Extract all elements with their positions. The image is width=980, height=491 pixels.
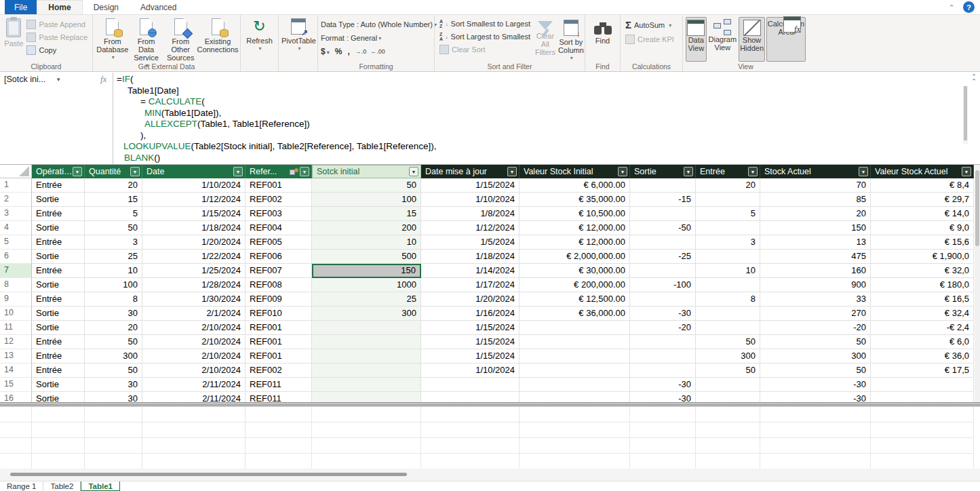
table-cell[interactable]: 10: [312, 235, 421, 250]
table-cell[interactable]: 500: [312, 250, 421, 264]
table-cell[interactable]: [312, 349, 421, 364]
table-cell[interactable]: -30: [630, 378, 696, 392]
table-cell[interactable]: Sortie: [32, 250, 85, 264]
calculation-cell[interactable]: [32, 438, 85, 454]
table-cell[interactable]: € 9,0: [871, 221, 974, 235]
existing-connections-button[interactable]: Existing Connections: [198, 17, 237, 54]
format-dropdown[interactable]: Format : General▾: [321, 32, 431, 44]
calculation-cell[interactable]: [760, 454, 871, 469]
calculation-cell[interactable]: [696, 438, 760, 454]
table-cell[interactable]: -100: [630, 278, 696, 292]
column-header-11[interactable]: Valeur Stock Actuel▼: [871, 165, 974, 178]
calculation-cell[interactable]: [696, 423, 760, 438]
table-cell[interactable]: 1/12/2024: [421, 221, 520, 235]
filter-dropdown-icon[interactable]: ▼: [233, 167, 243, 176]
row-number[interactable]: 10: [0, 307, 32, 321]
filter-dropdown-icon[interactable]: ▼: [962, 167, 971, 176]
table-cell[interactable]: 1/15/2024: [142, 207, 246, 221]
table-cell[interactable]: [871, 378, 974, 392]
table-cell[interactable]: REF005: [246, 235, 312, 250]
table-cell[interactable]: 1/15/2024: [421, 335, 520, 349]
row-number[interactable]: 3: [0, 207, 32, 221]
paste-button[interactable]: Paste: [3, 17, 24, 47]
table-cell[interactable]: 5: [85, 207, 142, 221]
table-cell[interactable]: [312, 364, 421, 378]
filter-dropdown-icon[interactable]: ▼: [73, 167, 82, 176]
table-cell[interactable]: 1/12/2024: [142, 193, 246, 207]
table-cell[interactable]: € 15,6: [871, 235, 974, 250]
table-cell[interactable]: [520, 364, 630, 378]
table-cell[interactable]: 8: [696, 292, 760, 307]
table-cell[interactable]: 50: [85, 221, 142, 235]
thousands-button[interactable]: ,: [347, 47, 349, 56]
table-cell[interactable]: Sortie: [32, 278, 85, 292]
table-cell[interactable]: 1/20/2024: [142, 235, 246, 250]
table-cell[interactable]: 150: [312, 264, 421, 278]
table-cell[interactable]: 2/11/2024: [142, 378, 246, 392]
table-cell[interactable]: Entrée: [32, 207, 85, 221]
row-number[interactable]: 11: [0, 321, 32, 335]
collapse-formula-bar-icon[interactable]: ⌃⌃: [969, 75, 979, 84]
from-other-sources-button[interactable]: From Other Sources: [163, 17, 198, 62]
table-cell[interactable]: [696, 250, 760, 264]
table-cell[interactable]: -30: [760, 392, 871, 402]
row-number[interactable]: 9: [0, 292, 32, 307]
name-box-caret-icon[interactable]: ▾: [57, 76, 60, 83]
row-number[interactable]: 14: [0, 364, 32, 378]
table-cell[interactable]: € 32,0: [871, 264, 974, 278]
table-cell[interactable]: 300: [85, 349, 142, 364]
calculation-cell[interactable]: [871, 438, 974, 454]
table-cell[interactable]: € 200,000.00: [520, 278, 630, 292]
calculation-cell[interactable]: [630, 454, 696, 469]
table-cell[interactable]: Sortie: [32, 392, 85, 402]
table-cell[interactable]: 1/16/2024: [421, 307, 520, 321]
calculation-cell[interactable]: [696, 454, 760, 469]
table-cell[interactable]: € 16,5: [871, 292, 974, 307]
table-cell[interactable]: REF008: [246, 278, 312, 292]
table-cell[interactable]: [520, 392, 630, 402]
data-view-button[interactable]: Data View: [686, 17, 707, 62]
table-cell[interactable]: [312, 335, 421, 349]
table-cell[interactable]: Entrée: [32, 364, 85, 378]
table-cell[interactable]: 475: [760, 250, 871, 264]
calculation-cell[interactable]: [246, 454, 312, 469]
select-all-corner[interactable]: [0, 165, 32, 178]
table-cell[interactable]: [520, 321, 630, 335]
table-cell[interactable]: 3: [696, 235, 760, 250]
table-cell[interactable]: 1/10/2024: [421, 193, 520, 207]
calculation-cell[interactable]: [520, 454, 630, 469]
collapse-ribbon-icon[interactable]: ⌃: [947, 3, 956, 12]
copy-button[interactable]: Copy: [24, 45, 90, 56]
table-cell[interactable]: 1/28/2024: [142, 278, 246, 292]
table-cell[interactable]: [696, 193, 760, 207]
table-cell[interactable]: 2/1/2024: [142, 307, 246, 321]
clear-sort-button[interactable]: Clear Sort: [437, 44, 532, 55]
filter-dropdown-icon[interactable]: ▼: [507, 167, 517, 176]
calculation-cell[interactable]: [312, 454, 421, 469]
calculation-cell[interactable]: [32, 423, 85, 438]
table-cell[interactable]: [630, 349, 696, 364]
table-cell[interactable]: € 10,500.00: [520, 207, 630, 221]
tab-file[interactable]: File: [5, 0, 37, 14]
calculation-area-splitter[interactable]: [0, 402, 980, 407]
table-cell[interactable]: 150: [760, 221, 871, 235]
column-header-9[interactable]: Entrée▼: [696, 165, 760, 178]
calculation-cell[interactable]: [142, 438, 246, 454]
table-cell[interactable]: [520, 349, 630, 364]
table-cell[interactable]: [312, 392, 421, 402]
table-cell[interactable]: 33: [760, 292, 871, 307]
tab-design[interactable]: Design: [83, 0, 130, 14]
table-cell[interactable]: [630, 235, 696, 250]
table-cell[interactable]: [630, 207, 696, 221]
table-cell[interactable]: REF002: [246, 364, 312, 378]
table-cell[interactable]: 300: [312, 307, 421, 321]
grid-horizontal-scrollbar[interactable]: [0, 469, 980, 481]
table-cell[interactable]: [520, 378, 630, 392]
pivottable-button[interactable]: ↗ PivotTable▾: [281, 17, 316, 53]
table-cell[interactable]: Sortie: [32, 307, 85, 321]
column-header-4[interactable]: Refer...▼: [246, 165, 312, 178]
table-cell[interactable]: € 17,5: [871, 364, 974, 378]
filter-dropdown-icon[interactable]: ▼: [130, 167, 140, 176]
calculation-cell[interactable]: [421, 438, 520, 454]
table-cell[interactable]: -30: [760, 378, 871, 392]
